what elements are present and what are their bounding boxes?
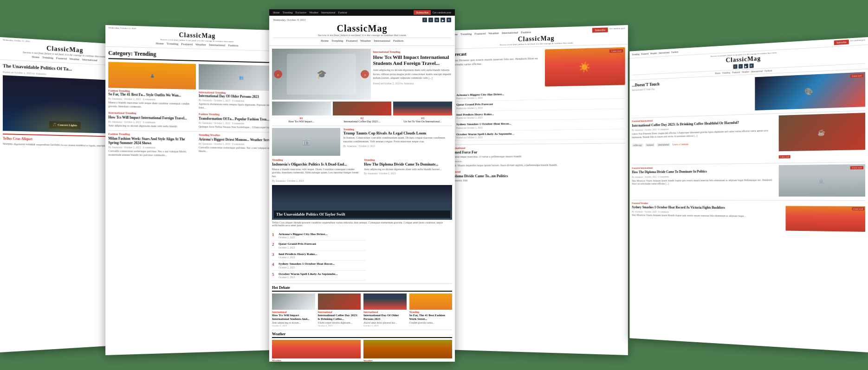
num-date: October 2, 2023 bbox=[279, 256, 317, 259]
weather-section: Weather Weather Arizona's Biggest City H… bbox=[272, 332, 452, 361]
thumb-3[interactable]: 03 Un Set To Vote On International... bbox=[393, 102, 452, 123]
sydney-cat: Featured Weather bbox=[632, 202, 865, 205]
debate-img-2 bbox=[318, 293, 361, 310]
oligarchic-cat: Trending bbox=[272, 159, 360, 161]
oligarchic-excerpt: Massa a blandit maecenas velit neque. Di… bbox=[272, 168, 360, 179]
article-meta-tcs: By Anastasia · October 2, 2023 · 0 comme… bbox=[108, 120, 196, 124]
subscribe-btn-right[interactable]: Subscribe bbox=[592, 27, 608, 32]
debate-date-2: October 2, 2023 bbox=[318, 325, 361, 327]
cat-tag-tcs: International Trending bbox=[108, 111, 196, 115]
forecast-text: Forecast Auptat Dictumst quis nostris ma… bbox=[450, 50, 542, 89]
sydney-article: Featured Weather Sydney Smashes 1 Octobe… bbox=[632, 202, 865, 231]
hot-debate-section: Hot Debate International How Tcs Will Im… bbox=[272, 286, 452, 327]
numbered-section: 1 Arizona's Biggest City Has Driest... O… bbox=[272, 231, 452, 281]
f-title-5: October Warm Spell Likely As Septembe... bbox=[456, 132, 514, 136]
diploma-r-title: Diploma Divide Came To...nn Politics bbox=[450, 173, 625, 178]
taylor-title: The Unavoidable Politics Of Taylor Swift bbox=[276, 212, 448, 217]
thumb-title-1: How Tcs Will Impact... bbox=[272, 120, 331, 123]
subscribe-far-right[interactable]: Subscribe bbox=[834, 39, 849, 45]
coffee-right-article: Featured International International Cof… bbox=[632, 113, 865, 161]
social-icons: f t in ▶ R bbox=[422, 18, 451, 22]
weather-img-2 bbox=[363, 340, 452, 358]
thumb-2[interactable]: 02 International Coffee Day 2023:... bbox=[333, 102, 392, 123]
twitter-icon[interactable]: t bbox=[428, 18, 433, 22]
debate-date-3: October 2, 2023 bbox=[363, 325, 407, 327]
subscribe-button[interactable]: Subscribe bbox=[414, 10, 431, 15]
hero-img: 🎓 bbox=[272, 49, 371, 100]
debate-item-1: International How Tcs Will Impact Intern… bbox=[272, 293, 315, 327]
debate-item-2: International International Coffee Day 2… bbox=[318, 293, 361, 327]
sydney-img: 4 min read bbox=[786, 206, 865, 232]
fb-icon-fr[interactable]: f bbox=[733, 64, 737, 69]
coffee-read-time: 5 min read bbox=[778, 155, 790, 159]
carousel-thumbnails: 01 How Tcs Will Impact... 02 Internation… bbox=[272, 102, 452, 123]
cat-tag-milan: Fashion Trending bbox=[108, 133, 196, 136]
hero-excerpt: Ante adipiscing ex dictum dignissim diam… bbox=[373, 68, 452, 80]
article-title-tcs: How Tcs Will Impact International Foreig… bbox=[108, 115, 196, 121]
rss-icon-fr[interactable]: R bbox=[749, 64, 753, 68]
carousel-prev[interactable]: ‹ bbox=[274, 70, 282, 78]
get-random-far-right[interactable]: Get random post bbox=[850, 38, 865, 44]
instagram-icon[interactable]: in bbox=[434, 18, 439, 22]
facebook-icon[interactable]: f bbox=[422, 18, 427, 22]
center-date: Wednesday, October 31 2023 bbox=[273, 19, 305, 21]
diploma-fr-img-wrap: 🏛️ 4 min read bbox=[778, 164, 865, 197]
sydney-text: Sydney Smashes 1 October Heat Record As … bbox=[632, 205, 784, 231]
thumb-img-1 bbox=[272, 102, 331, 115]
article-excerpt-fashion: Massa a blandit maecenas velit neque dia… bbox=[108, 101, 196, 110]
carousel-next[interactable]: › bbox=[361, 70, 369, 78]
sydney-img-wrap: 4 min read bbox=[786, 206, 865, 232]
weather-img-1 bbox=[272, 340, 361, 358]
thumb-img-2 bbox=[333, 102, 392, 115]
center-content: 🎓 ‹ › International Trending How Tcs Wil… bbox=[269, 46, 455, 361]
card-left: Wednesday, October 11 2023 ClassicMag Su… bbox=[105, 25, 286, 355]
tw-icon-fr[interactable]: t bbox=[738, 64, 743, 69]
center-nav: Home Trending Featured Weather Internati… bbox=[273, 38, 451, 44]
trending-article-1: 👗 Fashion Trending So Far, The 41 Best F… bbox=[108, 62, 196, 109]
thumb-img-3 bbox=[393, 102, 452, 115]
get-random[interactable]: Get random post bbox=[433, 11, 451, 14]
forecast-image: ☀️ 5 min read bbox=[545, 47, 625, 87]
hero-text: International Trending How Tcs Will Impa… bbox=[373, 49, 452, 100]
right-content: Forecast Auptat Dictumst quis nostris ma… bbox=[447, 45, 628, 187]
diploma-title: How The Diploma Divide Came To Dominate.… bbox=[364, 162, 452, 167]
forecast-read-time: 5 min read bbox=[609, 49, 623, 53]
article-title-milan: Milan Fashion Week: Stars And Style Alig… bbox=[108, 136, 196, 146]
trump-article: 🏛️ Trending Trump Taunts Cop Rivals As L… bbox=[272, 128, 452, 156]
coffee-right-text: Featured International International Cof… bbox=[632, 115, 776, 161]
debate-title-1: How Tcs Will Impact International Studen… bbox=[272, 313, 315, 321]
card-right: Home Trending Featured Weather Internati… bbox=[447, 25, 628, 355]
num-date: October 2, 2023 bbox=[279, 236, 328, 239]
f-date-3: Posted on October 2, 2023 bbox=[456, 116, 494, 119]
num-title: Imd Predicts Heavy Rains... bbox=[279, 252, 317, 256]
oligarchic-meta: By Anastasia · October 2, 2023 bbox=[272, 179, 360, 182]
hero-main-image: 🎓 ‹ › bbox=[272, 49, 371, 100]
diploma-fr-meta: By Anastasia · October, 2023 · 0 comment… bbox=[632, 174, 776, 178]
num-item-3: 3 Imd Predicts Heavy Rains... October 2,… bbox=[272, 251, 366, 261]
far-right-actions: Subscribe Get random post bbox=[834, 38, 865, 45]
right-header-actions: Subscribe Get random post bbox=[592, 27, 625, 32]
coffee-r-img: ☕ bbox=[778, 113, 865, 151]
debate-excerpt-4: Condim gravida varius... bbox=[409, 321, 453, 324]
nav-far-right: Trending Featured Weather International … bbox=[632, 50, 678, 57]
armed-meta: 0 comments bbox=[450, 159, 625, 163]
armed-title: ...amed Force For bbox=[450, 149, 625, 154]
diploma-fr-text: Featured International How The Diploma D… bbox=[632, 165, 776, 197]
numbered-items-container: 1 Arizona's Biggest City Has Driest... O… bbox=[272, 231, 366, 281]
get-random-right[interactable]: Get random post bbox=[609, 27, 625, 32]
yt-icon-fr[interactable]: ▶ bbox=[744, 64, 748, 68]
doesnt-touch-article: ...Doesn'T Touch International Of Older … bbox=[632, 72, 865, 115]
weather-cat-1: Weather bbox=[272, 359, 361, 361]
forecast-img: ☀️ 5 min read bbox=[545, 47, 625, 87]
youtube-icon[interactable]: ▶ bbox=[440, 18, 445, 22]
sydney-read-time: 4 min read bbox=[852, 207, 864, 211]
hero-category: International Trending bbox=[373, 51, 452, 53]
hero-title: How Tcs Will Impact International Studen… bbox=[373, 54, 452, 66]
rss-icon[interactable]: R bbox=[447, 18, 451, 22]
weather-item-2: Weather Qatar Grand Prix Forecast Octobe… bbox=[363, 340, 452, 361]
diploma-excerpt: Ante adipiscing ex dictum dignissim diam… bbox=[364, 168, 452, 172]
diploma-meta: By Anastasia · October 2, 2023 bbox=[364, 172, 452, 175]
debate-excerpt-3: Auctor amet dolor placerat hac... bbox=[363, 321, 407, 324]
card-far-right: Trending Featured Weather International … bbox=[629, 37, 868, 352]
thumb-1[interactable]: 01 How Tcs Will Impact... bbox=[272, 102, 331, 123]
